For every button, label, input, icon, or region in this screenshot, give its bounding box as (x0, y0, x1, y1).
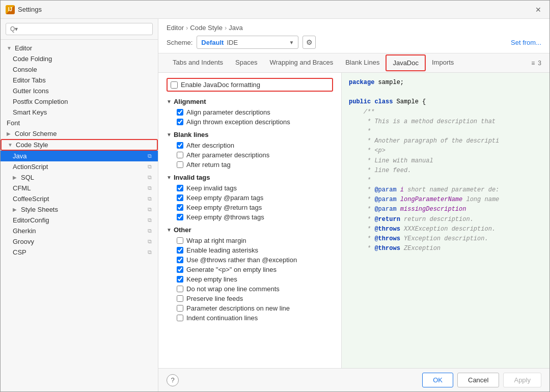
sidebar-item-actionscript[interactable]: ActionScript ⧉ (1, 161, 158, 172)
sidebar-item-label: ActionScript (13, 163, 48, 171)
indent-continuation-checkbox[interactable] (177, 315, 183, 321)
copy-icon: ⧉ (148, 163, 152, 170)
copy-icon: ⧉ (148, 185, 152, 191)
sidebar-item-sql[interactable]: ▶ SQL ⧉ (1, 172, 158, 183)
use-throws-label: Use @throws rather than @exception (186, 256, 297, 264)
dropdown-arrow-icon: ▼ (289, 40, 294, 45)
sidebar-item-groovy[interactable]: Groovy ⧉ (1, 236, 158, 247)
code-line: * line feed. (349, 166, 542, 176)
code-line: * @throws XXXException description. (349, 225, 542, 234)
sidebar-item-console[interactable]: Console (1, 64, 158, 75)
after-return-label: After return tag (186, 161, 231, 169)
sidebar-item-code-style[interactable]: ▼ Code Style (1, 139, 158, 151)
tab-wrapping-and-braces[interactable]: Wrapping and Braces (263, 55, 339, 71)
sidebar-tree: ▼ Editor Code Folding Console Editor Tab… (1, 40, 158, 391)
right-panel: Editor › Code Style › Java Scheme: Defau… (158, 19, 549, 391)
section-invalid-tags-header[interactable]: ▼ Invalid tags (167, 174, 333, 181)
after-return-checkbox[interactable] (177, 161, 183, 168)
sidebar-item-editor-tabs[interactable]: Editor Tabs (1, 75, 158, 86)
action-buttons: OK Cancel Apply (422, 373, 541, 387)
sidebar-item-label: Gutter Icons (13, 87, 49, 95)
tab-javadoc[interactable]: JavaDoc (386, 54, 426, 71)
keep-invalid-checkbox[interactable] (177, 185, 183, 191)
enable-javadoc-checkbox[interactable] (171, 81, 178, 89)
ok-button[interactable]: OK (422, 373, 453, 387)
keep-empty-lines-checkbox[interactable] (177, 276, 183, 283)
search-input[interactable] (6, 23, 153, 35)
help-button[interactable]: ? (167, 374, 179, 386)
section-blank-lines-header[interactable]: ▼ Blank lines (167, 131, 333, 138)
preserve-feeds-checkbox[interactable] (177, 295, 183, 302)
after-desc-checkbox[interactable] (177, 142, 183, 149)
code-line (349, 88, 542, 97)
option-after-desc: After description (177, 141, 333, 150)
enable-asterisks-checkbox[interactable] (177, 247, 183, 254)
param-new-line-checkbox[interactable] (177, 305, 183, 312)
sidebar-item-smart-keys[interactable]: Smart Keys (1, 107, 158, 118)
align-param-checkbox[interactable] (177, 109, 183, 116)
option-enable-asterisks: Enable leading asterisks (177, 245, 333, 255)
section-alignment: ▼ Alignment Align parameter descriptions… (167, 98, 333, 127)
sidebar-item-label: Smart Keys (13, 108, 47, 116)
tab-spaces[interactable]: Spaces (229, 55, 263, 71)
option-param-new-line: Parameter descriptions on new line (177, 303, 333, 313)
sidebar-item-label: Editor (15, 44, 32, 52)
window-title: Settings (18, 6, 42, 13)
sidebar-item-style-sheets[interactable]: ▶ Style Sheets ⧉ (1, 204, 158, 215)
scheme-gear-button[interactable]: ⚙ (302, 36, 316, 49)
expand-arrow: ▶ (7, 131, 13, 136)
keep-empty-return-checkbox[interactable] (177, 204, 183, 211)
expand-arrow: ▼ (8, 142, 14, 148)
code-line: * @param i short named parameter de: (349, 185, 542, 195)
sidebar-item-csp[interactable]: CSP ⧉ (1, 247, 158, 258)
cancel-button[interactable]: Cancel (457, 373, 499, 387)
option-generate-p: Generate "<p>" on empty lines (177, 265, 333, 274)
generate-p-checkbox[interactable] (177, 266, 183, 273)
keep-empty-throws-label: Keep empty @throws tags (186, 213, 264, 221)
align-throws-checkbox[interactable] (177, 119, 183, 125)
copy-icon: ⧉ (148, 228, 152, 234)
section-alignment-header[interactable]: ▼ Alignment (167, 98, 333, 105)
no-wrap-checkbox[interactable] (177, 286, 183, 292)
sidebar-item-color-scheme[interactable]: ▶ Color Scheme (1, 128, 158, 139)
option-wrap-right: Wrap at right margin (177, 236, 333, 245)
code-line: * @throws YException description. (349, 234, 542, 244)
section-other-header[interactable]: ▼ Other (167, 226, 333, 234)
tab-overflow[interactable]: ≡ 3 (531, 60, 541, 67)
sidebar-item-editorconfig[interactable]: EditorConfig ⧉ (1, 215, 158, 226)
section-blank-lines-label: Blank lines (174, 131, 209, 138)
sidebar-item-gutter-icons[interactable]: Gutter Icons (1, 86, 158, 96)
copy-icon: ⧉ (148, 174, 152, 181)
scheme-default-text: Default (201, 39, 224, 46)
keep-empty-param-checkbox[interactable] (177, 194, 183, 201)
sidebar-item-postfix-completion[interactable]: Postfix Completion (1, 96, 158, 107)
breadcrumb-sep2: › (225, 24, 227, 32)
set-from-link[interactable]: Set from... (511, 39, 541, 46)
sidebar-item-label: Gherkin (13, 227, 36, 235)
apply-button[interactable]: Apply (503, 373, 541, 387)
sidebar-item-font[interactable]: Font (1, 118, 158, 128)
wrap-right-checkbox[interactable] (177, 237, 183, 244)
sidebar-item-java[interactable]: Java ⧉ (1, 151, 158, 161)
sidebar-item-editor[interactable]: ▼ Editor (1, 43, 158, 53)
tab-blank-lines[interactable]: Blank Lines (339, 55, 386, 71)
keep-empty-throws-checkbox[interactable] (177, 214, 183, 220)
sidebar-item-code-folding[interactable]: Code Folding (1, 53, 158, 64)
sidebar-item-cfml[interactable]: CFML ⧉ (1, 183, 158, 193)
section-invalid-tags-items: Keep invalid tags Keep empty @param tags… (167, 183, 333, 222)
scheme-select[interactable]: Default IDE ▼ (197, 36, 298, 49)
sidebar-item-coffeescript[interactable]: CoffeeScript ⧉ (1, 193, 158, 204)
use-throws-checkbox[interactable] (177, 257, 183, 263)
tab-tabs-and-indents[interactable]: Tabs and Indents (167, 55, 229, 71)
sidebar-item-label: Font (7, 119, 20, 127)
close-button[interactable]: ✕ (532, 4, 544, 16)
generate-p-label: Generate "<p>" on empty lines (186, 266, 277, 273)
code-line: public class Sample { (349, 97, 542, 107)
code-line: /** (349, 107, 542, 117)
option-keep-empty-lines: Keep empty lines (177, 274, 333, 284)
content-area: ▼ Editor Code Folding Console Editor Tab… (1, 19, 549, 391)
after-param-checkbox[interactable] (177, 152, 183, 158)
tab-imports[interactable]: Imports (426, 55, 460, 71)
sidebar-item-label: Java (13, 152, 26, 160)
sidebar-item-gherkin[interactable]: Gherkin ⧉ (1, 226, 158, 236)
